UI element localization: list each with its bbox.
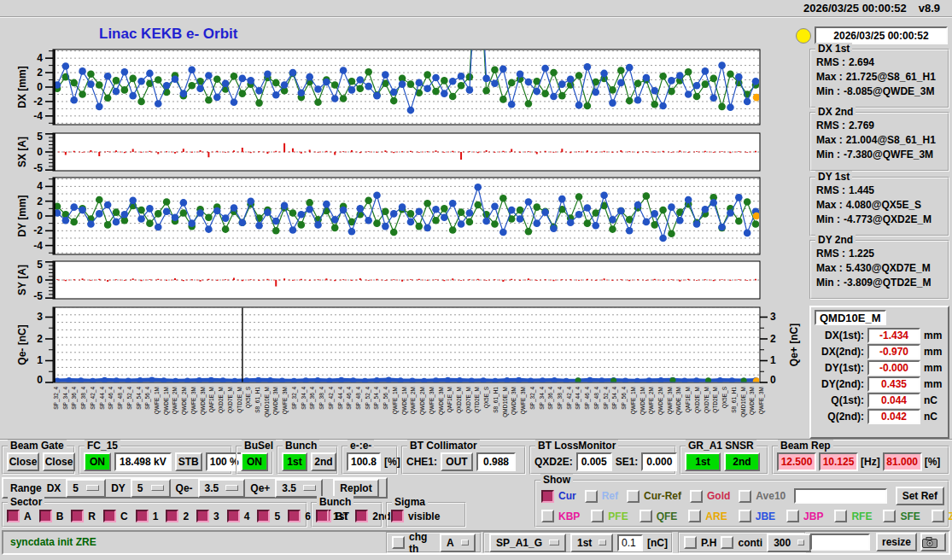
count-select[interactable]: 300: [767, 534, 811, 552]
stats-row: Max :21.004@S8_61_H1: [811, 133, 948, 148]
camera-icon: [922, 537, 937, 548]
sector-toggle-6[interactable]: 6: [288, 510, 311, 522]
replot-button[interactable]: Replot: [333, 479, 379, 498]
ph-checkbox[interactable]: [684, 536, 697, 549]
sector-group: Sector ABRC123456BT: [2, 502, 307, 528]
range-dy-select[interactable]: 5: [131, 479, 171, 498]
sector-toggle-1[interactable]: 1: [136, 510, 159, 522]
threshold-input[interactable]: [617, 534, 643, 551]
bunch-2nd-button[interactable]: 2nd: [311, 452, 336, 471]
checkbox[interactable]: [71, 510, 84, 522]
sector-toggle-2[interactable]: 2: [166, 510, 189, 522]
show-toggle-zre[interactable]: ZRE: [932, 510, 952, 522]
che1-out-button[interactable]: OUT: [441, 452, 473, 471]
checkbox[interactable]: [541, 490, 554, 503]
x-axis-label: SP_44_4: [338, 387, 344, 410]
gr-a1-2nd-button[interactable]: 2nd: [724, 452, 760, 471]
svg-text:0: 0: [37, 81, 43, 93]
show-toggle-gold[interactable]: Gold: [690, 490, 730, 503]
bunch-toggle-1st[interactable]: 1st: [316, 510, 348, 522]
checkbox[interactable]: [688, 510, 701, 522]
sector-toggle-3[interactable]: 3: [196, 510, 219, 522]
toggle-label: Ave10: [756, 490, 786, 502]
show-toggle-qfe[interactable]: QFE: [640, 510, 678, 522]
set-ref-button[interactable]: Set Ref: [896, 487, 944, 505]
x-axis-label: QWDE_1M: [640, 387, 646, 415]
checkbox[interactable]: [288, 510, 301, 522]
checkbox[interactable]: [786, 510, 799, 522]
fc15-stb-button[interactable]: STB: [175, 452, 202, 471]
sector-toggle-c[interactable]: C: [103, 510, 128, 522]
camera-button[interactable]: [920, 533, 946, 551]
range-qep-select[interactable]: 3.5: [275, 479, 323, 498]
status-bar: syncdata init ZRE chg th A SP_A1_G 1st […: [2, 530, 950, 555]
x-axis-label: SP_54_4: [137, 387, 143, 410]
show-toggle-jbp[interactable]: JBP: [786, 510, 823, 522]
show-toggle-cur-ref[interactable]: Cur-Ref: [627, 490, 681, 503]
checkbox[interactable]: [585, 490, 598, 503]
x-axis-label: QWDE_2M: [658, 387, 664, 415]
range-qem-select[interactable]: 3.5: [198, 479, 246, 498]
checkbox[interactable]: [591, 510, 604, 522]
checkbox[interactable]: [39, 510, 52, 522]
checkbox[interactable]: [834, 510, 847, 522]
checkbox[interactable]: [257, 510, 270, 522]
checkbox[interactable]: [391, 510, 404, 522]
checkbox[interactable]: [739, 510, 751, 522]
resize-button[interactable]: resize: [876, 533, 917, 551]
bunch-1st-button[interactable]: 1st: [282, 452, 307, 471]
show-toggle-pfe[interactable]: PFE: [591, 510, 628, 522]
sector-toggle-b[interactable]: B: [39, 510, 64, 522]
sector-toggle-r[interactable]: R: [71, 510, 96, 522]
svg-text:2: 2: [37, 195, 43, 207]
checkbox[interactable]: [627, 490, 640, 503]
ph-conti-cluster: P.H conti 300: [678, 532, 806, 553]
show-toggle-ave10[interactable]: Ave10: [739, 490, 786, 503]
extra-input[interactable]: [810, 534, 870, 551]
show-toggle-rfe[interactable]: RFE: [834, 510, 872, 522]
checkbox[interactable]: [541, 510, 554, 522]
checkbox[interactable]: [166, 510, 178, 522]
checkbox[interactable]: [883, 510, 896, 522]
chg-th-select[interactable]: A: [440, 534, 476, 552]
show-toggle-cur[interactable]: Cur: [541, 490, 576, 503]
sector-toggle-4[interactable]: 4: [227, 510, 250, 522]
checkbox[interactable]: [690, 490, 703, 503]
checkbox[interactable]: [316, 510, 329, 522]
svg-text:SX [A]: SX [A]: [16, 137, 28, 167]
status-bunch-select[interactable]: 1st: [570, 534, 613, 552]
x-axis-label: QWFE_1M: [631, 387, 637, 414]
show-toggle-ref[interactable]: Ref: [585, 490, 618, 503]
gr-a1-1st-button[interactable]: 1st: [685, 452, 721, 471]
show-toggle-jbe[interactable]: JBE: [739, 510, 775, 522]
x-axis-label: QWDE_3M: [439, 387, 445, 415]
show-toggle-kbp[interactable]: KBP: [541, 510, 580, 522]
show-toggle-are[interactable]: ARE: [688, 510, 727, 522]
checkbox[interactable]: [7, 510, 20, 522]
sp-select[interactable]: SP_A1_G: [489, 534, 566, 552]
beam-gate-close1-button[interactable]: Close: [7, 452, 39, 471]
checkbox[interactable]: [640, 510, 652, 522]
conti-checkbox[interactable]: [721, 536, 733, 549]
checkbox[interactable]: [196, 510, 209, 522]
toggle-label: Cur: [558, 490, 576, 502]
sector-toggle-5[interactable]: 5: [257, 510, 280, 522]
chg-th-cluster: chg th A: [386, 532, 482, 553]
range-dx-select[interactable]: 5: [66, 479, 106, 498]
checkbox[interactable]: [932, 510, 944, 522]
ref-name-input[interactable]: [794, 488, 886, 504]
sector-toggle-a[interactable]: A: [7, 510, 32, 522]
show-toggle-sfe[interactable]: SFE: [883, 510, 920, 522]
toggle-label: Ref: [602, 490, 618, 502]
sigma-toggle-visible[interactable]: visible: [391, 510, 440, 522]
checkbox[interactable]: [355, 510, 368, 522]
checkbox[interactable]: [136, 510, 149, 522]
x-axis-label: SP_52_4: [127, 387, 133, 410]
busel-on-button[interactable]: ON: [241, 452, 268, 471]
checkbox[interactable]: [739, 490, 751, 503]
fc15-on-button[interactable]: ON: [84, 452, 111, 471]
checkbox[interactable]: [227, 510, 240, 522]
chg-th-checkbox[interactable]: [392, 536, 405, 549]
checkbox[interactable]: [103, 510, 116, 522]
beam-gate-close2-button[interactable]: Close: [43, 452, 75, 471]
